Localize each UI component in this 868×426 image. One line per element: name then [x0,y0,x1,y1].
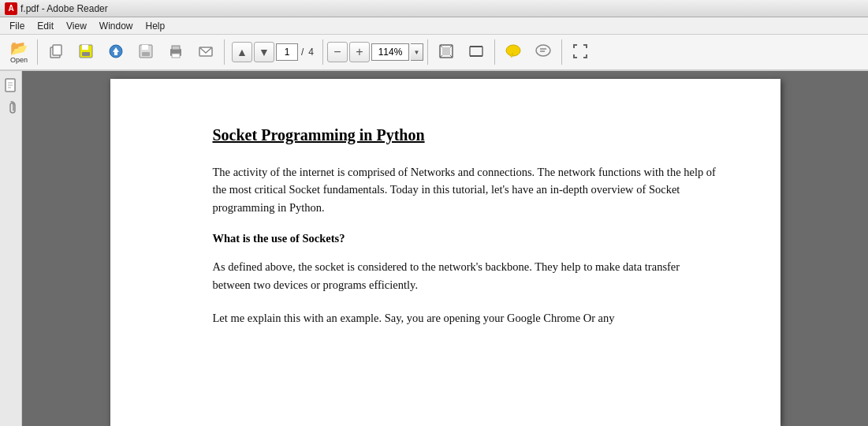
intro-paragraph: The activity of the internet is comprise… [213,163,717,216]
email-icon [198,43,214,62]
svg-rect-4 [82,52,90,56]
svg-rect-7 [114,52,117,55]
sidebar-attachments-icon[interactable] [3,99,19,115]
separator-1 [37,39,38,65]
open-folder-icon: 📂 [10,41,28,55]
save-copy-button[interactable] [72,37,100,67]
app-icon: A [5,2,17,15]
markup-icon [535,43,552,62]
zoom-controls: − + ▼ [327,42,423,62]
zoom-out-icon: − [333,45,341,59]
left-sidebar [0,71,22,426]
down-arrow-icon: ▼ [259,46,270,58]
para2: Let me explain this with an example. Say… [213,309,717,327]
fit-width-button[interactable] [462,37,490,67]
print-icon [168,43,184,62]
page-separator: / [300,47,305,58]
svg-rect-12 [172,46,180,50]
separator-5 [494,39,495,65]
svg-rect-1 [53,45,61,55]
main-area: Socket Programming in Python The activit… [0,71,868,426]
save-icon [138,43,154,62]
svg-point-26 [536,45,550,56]
markup-button[interactable] [529,37,557,67]
svg-rect-9 [142,45,148,50]
separator-3 [322,39,323,65]
menu-bar: File Edit View Window Help [0,17,868,35]
next-page-button[interactable]: ▼ [254,42,274,62]
fullscreen-icon [572,43,588,62]
title-bar: A f.pdf - Adobe Reader [0,0,868,17]
pdf-viewer[interactable]: Socket Programming in Python The activit… [22,71,868,426]
pdf-title: Socket Programming in Python [213,126,717,144]
svg-rect-21 [470,47,482,56]
fit-page-icon [438,43,454,62]
svg-rect-10 [142,52,150,56]
print-button[interactable] [162,37,190,67]
sidebar-pages-icon[interactable] [3,77,19,93]
comment-button[interactable] [499,37,527,67]
menu-edit[interactable]: Edit [31,19,60,33]
zoom-in-button[interactable]: + [349,42,370,62]
svg-rect-16 [442,47,450,55]
upload-icon [108,43,124,62]
separator-2 [224,39,225,65]
separator-4 [427,39,428,65]
para1: As defined above, the socket is consider… [213,258,717,293]
save-copy-icon [78,43,94,62]
menu-help[interactable]: Help [140,19,172,33]
toolbar: 📂 Open [0,35,868,71]
zoom-in-icon: + [356,45,363,59]
fit-page-button[interactable] [432,37,460,67]
page-nav: ▲ ▼ / 4 [232,42,315,62]
pdf-page: Socket Programming in Python The activit… [110,79,780,426]
zoom-dropdown-button[interactable]: ▼ [411,43,423,61]
save-button[interactable] [132,37,160,67]
separator-6 [561,39,562,65]
zoom-out-button[interactable]: − [327,42,348,62]
menu-file[interactable]: File [3,19,31,33]
subheading: What is the use of Sockets? [213,232,717,245]
open-button[interactable]: 📂 Open [5,37,33,67]
svg-point-24 [506,45,520,56]
page-number-input[interactable] [276,43,298,61]
total-pages: 4 [307,47,315,58]
title-bar-text: f.pdf - Adobe Reader [20,3,108,14]
menu-window[interactable]: Window [93,19,140,33]
comment-icon [505,43,522,62]
zoom-dropdown-icon: ▼ [414,49,420,56]
svg-rect-13 [172,54,180,58]
svg-rect-3 [82,45,88,50]
open-label: Open [10,56,28,64]
zoom-value-input[interactable] [371,43,409,61]
upload-button[interactable] [102,37,130,67]
up-arrow-icon: ▲ [237,46,248,58]
copy-button[interactable] [42,37,70,67]
copy-icon [48,43,64,62]
menu-view[interactable]: View [60,19,93,33]
fit-width-icon [468,43,484,62]
email-button[interactable] [192,37,220,67]
fullscreen-button[interactable] [566,37,594,67]
prev-page-button[interactable]: ▲ [232,42,252,62]
